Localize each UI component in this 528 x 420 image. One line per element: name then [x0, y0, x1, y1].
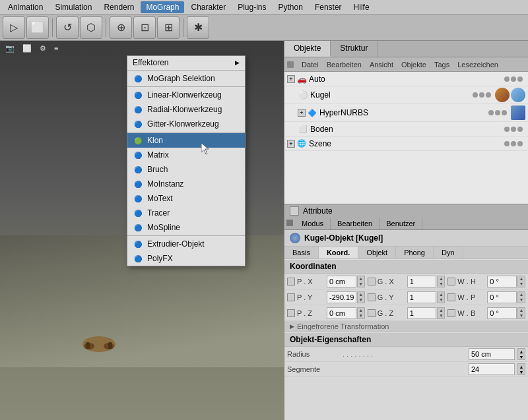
menu-hilfe[interactable]: Hilfe	[348, 1, 375, 13]
attr-spin-wp[interactable]: ▲ ▼	[517, 291, 525, 303]
attr-input-py[interactable]	[327, 291, 356, 303]
attr-input-gz[interactable]	[407, 307, 437, 319]
toolbar-btn-8[interactable]: ✱	[187, 16, 209, 39]
obj-toolbar-tags[interactable]: Tags	[432, 60, 452, 69]
menu-mograph-selektion[interactable]: 🔵 MoGraph Selektion	[127, 71, 245, 86]
attr-check-wh[interactable]	[447, 278, 455, 285]
frozen-transformation-row[interactable]: ▶ Eingefrorene Transformation	[284, 321, 528, 332]
vp-btn-filter[interactable]: ⚙	[37, 44, 49, 53]
toolbar-btn-5[interactable]: ⊕	[110, 16, 132, 39]
attr-spin-wh[interactable]: ▲ ▼	[517, 276, 525, 287]
attr-check-pz[interactable]	[287, 309, 295, 317]
toolbar-btn-2[interactable]: ⬜	[26, 16, 49, 39]
menu-effektoren[interactable]: Effektoren ▶	[127, 56, 245, 69]
attr-input-px[interactable]	[327, 276, 356, 287]
menu-moinstanz[interactable]: 🔵 MoInstanz	[127, 177, 245, 191]
attr-check-gx[interactable]	[368, 278, 376, 285]
attr-input-wh[interactable]	[487, 276, 517, 287]
obj-expand-szene[interactable]: +	[287, 140, 295, 148]
attr-check-gz[interactable]	[368, 309, 376, 317]
toolbar-btn-3[interactable]: ↺	[56, 16, 79, 39]
obj-thumbnail-kugel2	[511, 88, 525, 102]
tab-struktur[interactable]: Struktur	[331, 41, 378, 57]
attr-spin-px[interactable]: ▲ ▼	[357, 276, 365, 287]
obj-toolbar-ansicht[interactable]: Ansicht	[367, 60, 396, 69]
attr-input-pz[interactable]	[327, 307, 356, 319]
obj-expand-auto[interactable]: +	[287, 75, 295, 83]
obj-props-segments-input[interactable]	[469, 363, 515, 375]
attr-spin-gx[interactable]: ▲ ▼	[437, 276, 445, 287]
attr-check-wb[interactable]	[447, 309, 455, 317]
mograph-dropdown-menu[interactable]: Effektoren ▶ 🔵 MoGraph Selektion 🔵 Linea…	[127, 55, 246, 266]
menu-bruch[interactable]: 🔵 Bruch	[127, 162, 245, 177]
vp-btn-camera[interactable]: 📷	[3, 44, 17, 53]
obj-toolbar-datei[interactable]: Datei	[299, 60, 321, 69]
menu-fenster[interactable]: Fenster	[310, 1, 347, 13]
attr-spin-pz[interactable]: ▲ ▼	[357, 307, 365, 319]
attr-tab-modus[interactable]: Modus	[295, 218, 331, 229]
attr-mode-objekt[interactable]: Objekt	[358, 247, 396, 258]
attr-input-wb[interactable]	[487, 307, 517, 319]
attr-tab-bearbeiten[interactable]: Bearbeiten	[331, 218, 380, 229]
attr-mode-phong[interactable]: Phong	[396, 247, 434, 258]
menu-rendern[interactable]: Rendern	[98, 1, 139, 13]
menu-simulation[interactable]: Simulation	[50, 1, 97, 13]
tab-objekte[interactable]: Objekte	[284, 41, 331, 57]
toolbar-btn-6[interactable]: ⊡	[133, 16, 156, 39]
attr-check-wp[interactable]	[447, 293, 455, 301]
attr-spin-py[interactable]: ▲ ▼	[357, 291, 365, 303]
attr-mode-basis[interactable]: Basis	[284, 247, 319, 258]
attr-input-gy[interactable]	[407, 291, 437, 303]
vp-btn-display[interactable]: ⬜	[20, 44, 34, 53]
obj-props-radius-input[interactable]	[469, 348, 515, 360]
attr-checkbox[interactable]	[290, 206, 299, 216]
toolbar-btn-1[interactable]: ▷	[3, 16, 25, 39]
list-item-hypernurbs[interactable]: + 🔷 HyperNURBS	[284, 104, 528, 122]
menu-matrix[interactable]: 🔵 Matrix	[127, 148, 245, 162]
menu-charakter[interactable]: Charakter	[185, 1, 231, 13]
menu-klon[interactable]: 🟢 Klon	[127, 133, 245, 148]
attr-group-wp: ▲ ▼	[487, 291, 525, 303]
list-item-kugel[interactable]: ⚪ Kugel	[284, 86, 528, 104]
list-item-szene[interactable]: + 🌐 Szene	[284, 136, 528, 151]
menu-extrudier[interactable]: 🔵 Extrudier-Objekt	[127, 237, 245, 251]
menu-polyfx[interactable]: 🔵 PolyFX	[127, 251, 245, 266]
menu-animation[interactable]: Animation	[3, 1, 48, 13]
attr-check-px[interactable]	[287, 278, 295, 285]
menu-python[interactable]: Python	[273, 1, 308, 13]
obj-toolbar-objekte[interactable]: Objekte	[399, 60, 429, 69]
attr-mode-dyn[interactable]: Dyn	[434, 247, 463, 258]
menu-tracer[interactable]: 🔵 Tracer	[127, 206, 245, 220]
menu-linear-klon[interactable]: 🔵 Linear-Klonwerkzeug	[127, 88, 245, 102]
obj-props-segments-spin[interactable]: ▲ ▼	[517, 363, 525, 375]
attr-tab-benutzer[interactable]: Benutzer	[380, 218, 422, 229]
obj-props-radius-spin[interactable]: ▲ ▼	[517, 348, 525, 360]
menu-gitter-klon[interactable]: 🔵 Gitter-Klonwerkzeug	[127, 117, 245, 131]
attr-spin-gy[interactable]: ▲ ▼	[437, 291, 445, 303]
toolbar: ▷ ⬜ ↺ ⬡ ⊕ ⊡ ⊞ ✱	[0, 15, 528, 41]
obj-dot-b1	[504, 127, 510, 132]
vp-btn-more[interactable]: ≡	[51, 44, 61, 53]
list-item-boden[interactable]: ⬜ Boden	[284, 122, 528, 136]
menu-plugins[interactable]: Plug-ins	[232, 1, 271, 13]
attr-input-wp[interactable]	[487, 291, 517, 303]
attr-group-gx: ▲ ▼	[407, 276, 446, 287]
menu-mospline[interactable]: 🔵 MoSpline	[127, 220, 245, 235]
viewport[interactable]: 📷 ⬜ ⚙ ≡ Effektoren ▶ 🔵	[0, 41, 284, 420]
obj-toolbar-bearbeiten[interactable]: Bearbeiten	[324, 60, 364, 69]
menu-label-bruch: Bruch	[147, 165, 168, 174]
attr-check-py[interactable]	[287, 293, 295, 301]
obj-toolbar-lesezeichen[interactable]: Lesezeichen	[455, 60, 501, 69]
attr-input-gx[interactable]	[407, 276, 437, 287]
toolbar-btn-7[interactable]: ⊞	[157, 16, 180, 39]
toolbar-btn-4[interactable]: ⬡	[80, 16, 102, 39]
attr-mode-koord[interactable]: Koord.	[319, 247, 358, 258]
attr-check-gy[interactable]	[368, 293, 376, 301]
menu-mograph[interactable]: MoGraph	[141, 1, 184, 13]
attr-spin-wb[interactable]: ▲ ▼	[517, 307, 525, 319]
menu-radial-klon[interactable]: 🔵 Radial-Klonwerkzeug	[127, 102, 245, 117]
obj-expand-hyper[interactable]: +	[298, 109, 306, 117]
list-item-auto[interactable]: + 🚗 Auto	[284, 72, 528, 86]
attr-spin-gz[interactable]: ▲ ▼	[437, 307, 445, 319]
menu-motext[interactable]: 🔵 MoText	[127, 191, 245, 206]
